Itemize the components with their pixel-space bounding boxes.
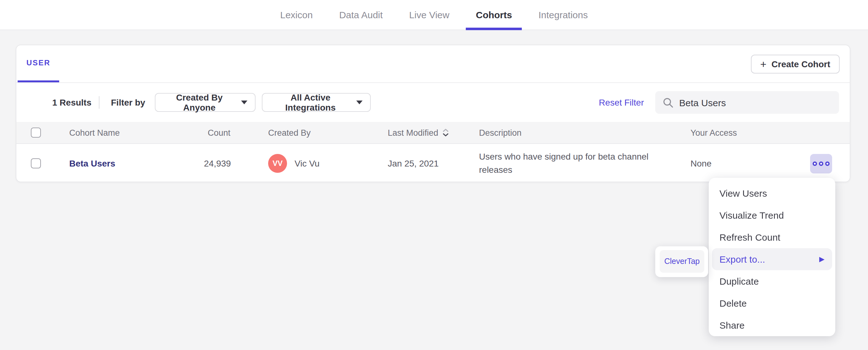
top-nav: Lexicon Data Audit Live View Cohorts Int… <box>0 0 868 30</box>
menu-item-refresh-count[interactable]: Refresh Count <box>709 226 835 248</box>
created-by-value: Created By Anyone <box>163 92 236 112</box>
menu-item-share[interactable]: Share <box>709 314 835 336</box>
search-box[interactable] <box>655 91 839 114</box>
cohort-description: Users who have signed up for beta channe… <box>479 150 678 177</box>
integrations-value: All Active Integrations <box>270 92 351 112</box>
submenu-arrow-icon: ▶ <box>819 255 825 263</box>
create-cohort-button[interactable]: + Create Cohort <box>751 55 840 73</box>
reset-filter-link[interactable]: Reset Filter <box>599 97 644 107</box>
avatar: VV <box>268 154 287 173</box>
tab-user[interactable]: USER <box>18 45 59 82</box>
cohort-name-link[interactable]: Beta Users <box>69 159 115 168</box>
header-description: Description <box>479 128 678 137</box>
nav-tab-lexicon[interactable]: Lexicon <box>270 0 322 30</box>
card-tabs-row: USER + Create Cohort <box>17 45 850 83</box>
created-by-name: Vic Vu <box>294 159 319 168</box>
table-row: Beta Users 24,939 VV Vic Vu Jan 25, 2021… <box>17 144 850 183</box>
export-submenu: CleverTap <box>655 246 708 277</box>
search-input[interactable] <box>679 97 832 108</box>
header-cohort-name: Cohort Name <box>69 128 204 137</box>
row-actions-menu: View Users Visualize Trend Refresh Count… <box>709 178 835 336</box>
menu-item-delete[interactable]: Delete <box>709 292 835 314</box>
ellipsis-icon <box>813 161 817 166</box>
plus-icon: + <box>760 59 766 69</box>
submenu-item-clevertap[interactable]: CleverTap <box>660 250 704 273</box>
menu-item-visualize-trend[interactable]: Visualize Trend <box>709 204 835 226</box>
divider <box>99 96 100 109</box>
table-header: Cohort Name Count Created By Last Modifi… <box>17 122 850 144</box>
integrations-dropdown[interactable]: All Active Integrations <box>261 93 370 112</box>
filter-by-label: Filter by <box>111 97 146 107</box>
row-checkbox[interactable] <box>31 159 41 168</box>
your-access-value: None <box>690 159 786 168</box>
menu-item-duplicate[interactable]: Duplicate <box>709 270 835 292</box>
sort-icon[interactable] <box>442 128 450 137</box>
cohorts-card: USER + Create Cohort 1 Results Filter by… <box>16 45 850 182</box>
caret-down-icon <box>356 101 362 104</box>
cohorts-page: Lexicon Data Audit Live View Cohorts Int… <box>0 0 868 350</box>
created-by-dropdown[interactable]: Created By Anyone <box>155 93 255 112</box>
header-last-modified[interactable]: Last Modified <box>388 128 479 137</box>
cohort-count: 24,939 <box>204 159 230 168</box>
last-modified-date: Jan 25, 2021 <box>388 159 479 168</box>
nav-tab-live-view[interactable]: Live View <box>399 0 460 30</box>
results-count: 1 Results <box>52 97 92 107</box>
nav-tab-cohorts[interactable]: Cohorts <box>466 0 522 30</box>
menu-item-export-to[interactable]: Export to... ▶ <box>712 248 832 270</box>
nav-tab-integrations[interactable]: Integrations <box>528 0 598 30</box>
select-all-checkbox[interactable] <box>31 128 41 138</box>
row-actions-button[interactable] <box>810 154 832 173</box>
header-your-access: Your Access <box>690 128 786 137</box>
create-cohort-label: Create Cohort <box>771 59 830 69</box>
nav-tabs: Lexicon Data Audit Live View Cohorts Int… <box>270 0 598 30</box>
filter-bar: 1 Results Filter by Created By Anyone Al… <box>17 83 850 122</box>
search-icon <box>663 97 674 108</box>
caret-down-icon <box>241 101 247 104</box>
header-created-by: Created By <box>268 128 388 137</box>
header-count: Count <box>204 128 230 137</box>
nav-tab-data-audit[interactable]: Data Audit <box>329 0 393 30</box>
menu-item-view-users[interactable]: View Users <box>709 182 835 204</box>
